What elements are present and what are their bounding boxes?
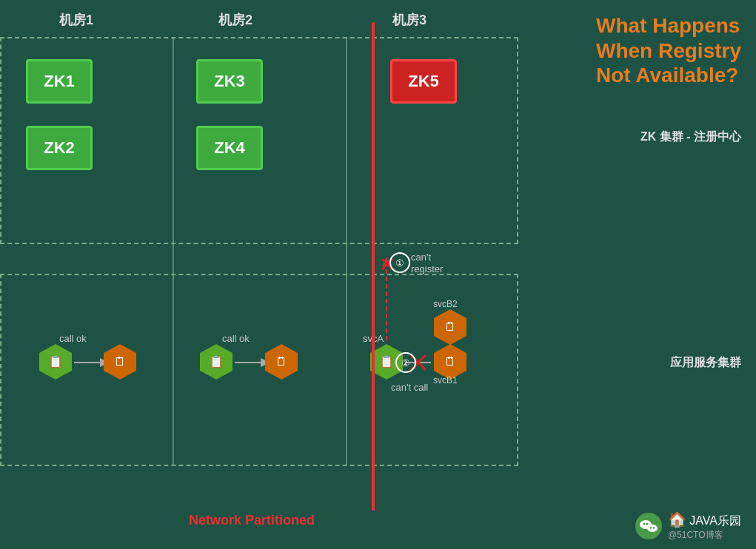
app-cluster-label: 应用服务集群 [670, 355, 741, 371]
svg-point-40 [647, 525, 658, 532]
zk2-box: ZK2 [26, 126, 93, 170]
zk-cluster-label: ZK 集群 - 注册中心 [640, 129, 741, 145]
zk3-box: ZK3 [196, 59, 263, 104]
wechat-area: 🏠 JAVA乐园 @51CTO博客 [635, 511, 741, 542]
svg-text:register: register [411, 263, 444, 274]
room2-header: 机房2 [218, 11, 252, 29]
title-line1: What Happens [596, 13, 741, 38]
wechat-name: 🏠 JAVA乐园 [668, 511, 741, 529]
svg-text:①: ① [395, 257, 404, 269]
bottom-region [0, 274, 518, 466]
svg-point-33 [390, 253, 409, 272]
title-line3: Not Available? [596, 63, 741, 88]
svg-marker-30 [382, 257, 391, 266]
svg-point-42 [653, 527, 655, 528]
partition-line [372, 22, 375, 511]
svg-line-31 [382, 259, 392, 269]
zk5-box: ZK5 [390, 59, 457, 104]
svg-point-38 [643, 523, 645, 525]
wechat-handle: @51CTO博客 [668, 529, 741, 542]
title-line2: When Registry [596, 38, 741, 64]
room1-header: 机房1 [59, 11, 93, 29]
room3-header: 机房3 [392, 11, 426, 29]
main-container: What Happens When Registry Not Available… [0, 0, 756, 549]
wechat-text-area: 🏠 JAVA乐园 @51CTO博客 [668, 511, 741, 542]
svg-point-41 [650, 527, 652, 528]
wechat-icon [635, 513, 662, 539]
network-partitioned-label: Network Partitioned [189, 513, 315, 528]
svg-text:can't: can't [411, 252, 431, 263]
svg-line-32 [382, 259, 392, 269]
zk1-box: ZK1 [26, 59, 93, 104]
title-area: What Happens When Registry Not Available… [596, 13, 741, 88]
zk4-box: ZK4 [196, 126, 263, 170]
svg-point-39 [646, 523, 648, 525]
